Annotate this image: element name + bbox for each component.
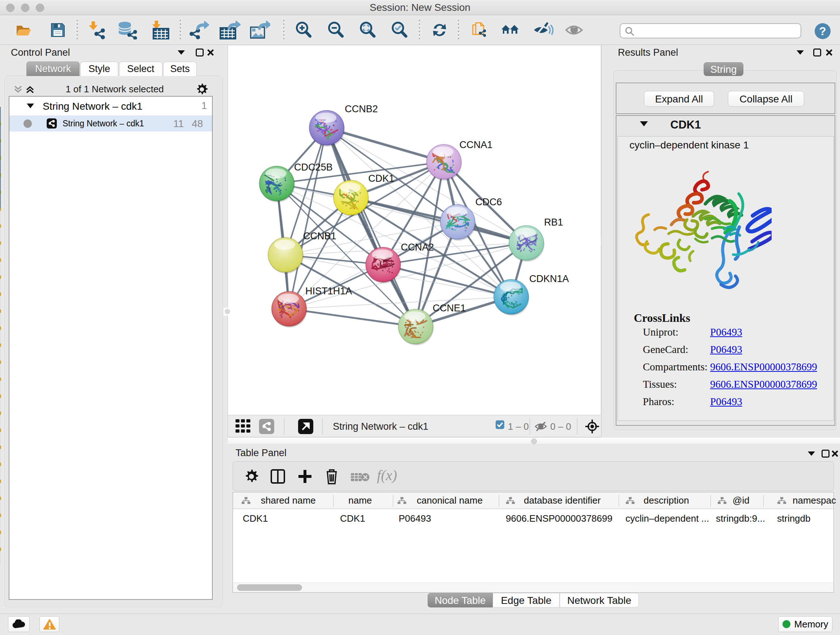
svg-text:CCNB1: CCNB1 — [303, 231, 336, 241]
svg-text:CDC6: CDC6 — [475, 196, 502, 207]
svg-text:CCNB2: CCNB2 — [345, 103, 378, 114]
svg-text:CCNE1: CCNE1 — [433, 302, 466, 314]
svg-text:CDC25B: CDC25B — [294, 162, 333, 173]
svg-text:CCNA1: CCNA1 — [459, 139, 493, 150]
svg-text:CCNA2: CCNA2 — [401, 242, 434, 253]
svg-text:HIST1H1A: HIST1H1A — [305, 286, 352, 296]
svg-text:CDK1: CDK1 — [368, 173, 394, 184]
svg-text:CDKN1A: CDKN1A — [529, 273, 569, 284]
svg-text:RB1: RB1 — [544, 217, 563, 228]
